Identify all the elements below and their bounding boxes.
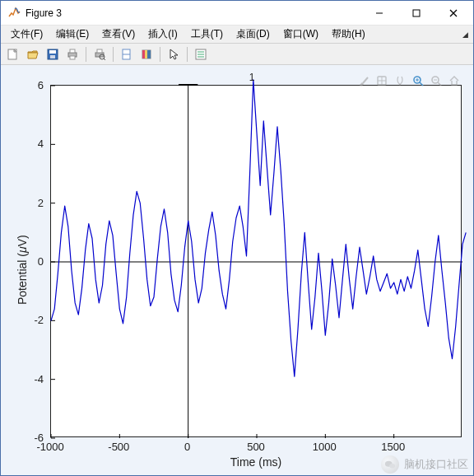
svg-rect-12 xyxy=(97,49,102,53)
insert-colorbar-icon[interactable] xyxy=(137,45,156,63)
svg-rect-9 xyxy=(70,49,75,53)
svg-rect-20 xyxy=(147,50,151,58)
figure-window: Figure 3 文件(F) 编辑(E) 查看(V) 插入(I) 工具(T) 桌… xyxy=(0,0,474,476)
svg-rect-7 xyxy=(50,55,55,58)
x-tick-label: 0 xyxy=(184,441,190,453)
pointer-icon[interactable] xyxy=(165,45,183,63)
matlab-app-icon xyxy=(7,7,21,20)
svg-rect-18 xyxy=(142,50,145,58)
y-tick-label: 6 xyxy=(38,79,44,91)
home-icon[interactable] xyxy=(447,73,462,88)
svg-rect-19 xyxy=(145,50,147,58)
axes-toolbar xyxy=(356,73,462,88)
menu-chevron-icon[interactable]: ◢ xyxy=(462,30,468,39)
menu-view[interactable]: 查看(V) xyxy=(95,26,142,43)
y-axis-label: Potential (μV) xyxy=(16,235,29,305)
svg-line-30 xyxy=(420,82,423,86)
y-tick-label: -2 xyxy=(34,314,44,326)
open-icon[interactable] xyxy=(24,45,42,63)
data-cursor-icon[interactable] xyxy=(192,45,210,63)
rotate-icon[interactable] xyxy=(393,73,407,88)
toolbar-separator xyxy=(187,47,188,62)
svg-line-25 xyxy=(363,77,368,83)
watermark: 脑机接口社区 xyxy=(381,455,468,474)
x-tick-label: -500 xyxy=(108,441,129,453)
svg-rect-10 xyxy=(70,56,75,59)
axes[interactable] xyxy=(50,85,462,437)
svg-line-14 xyxy=(104,58,105,60)
print-icon[interactable] xyxy=(63,45,81,63)
y-tick-label: 4 xyxy=(38,138,44,150)
print-preview-icon[interactable] xyxy=(91,45,109,63)
line-plot xyxy=(51,86,462,438)
brush-icon[interactable] xyxy=(356,73,371,88)
series-annotation: 1 xyxy=(249,72,255,83)
svg-line-34 xyxy=(438,82,441,86)
menu-window[interactable]: 窗口(W) xyxy=(276,26,325,43)
x-tick-label: 500 xyxy=(247,441,265,453)
y-tick-label: -6 xyxy=(34,432,44,444)
toolbar xyxy=(1,44,473,65)
x-tick-label: 1000 xyxy=(313,441,337,453)
toolbar-separator xyxy=(160,47,160,62)
save-icon[interactable] xyxy=(44,45,62,63)
link-icon[interactable] xyxy=(118,45,136,63)
zoom-in-icon[interactable] xyxy=(411,73,425,88)
menu-desktop[interactable]: 桌面(D) xyxy=(230,26,276,43)
toolbar-separator xyxy=(113,47,114,62)
svg-point-53 xyxy=(389,464,395,469)
menu-tools[interactable]: 工具(T) xyxy=(184,26,230,43)
menu-help[interactable]: 帮助(H) xyxy=(325,26,372,43)
wechat-icon xyxy=(381,455,399,474)
menu-file[interactable]: 文件(F) xyxy=(4,26,49,43)
svg-rect-1 xyxy=(413,10,420,16)
y-tick-label: -4 xyxy=(34,372,44,385)
menu-edit[interactable]: 编辑(E) xyxy=(49,26,95,43)
close-button[interactable] xyxy=(434,2,472,25)
zoom-out-icon[interactable] xyxy=(429,73,444,88)
svg-rect-6 xyxy=(49,50,56,54)
maximize-button[interactable] xyxy=(397,2,434,25)
window-title: Figure 3 xyxy=(26,7,360,19)
minimize-button[interactable] xyxy=(360,2,397,25)
pan-icon[interactable] xyxy=(374,73,389,88)
x-tick-label: 1500 xyxy=(381,441,405,453)
menu-insert[interactable]: 插入(I) xyxy=(142,26,184,43)
menubar: 文件(F) 编辑(E) 查看(V) 插入(I) 工具(T) 桌面(D) 窗口(W… xyxy=(1,26,473,44)
titlebar[interactable]: Figure 3 xyxy=(1,1,473,26)
new-figure-icon[interactable] xyxy=(4,45,22,63)
y-tick-label: 0 xyxy=(38,255,44,268)
y-tick-label: 2 xyxy=(38,196,44,208)
toolbar-separator xyxy=(86,47,86,62)
figure-area: 1 -1000-500050010001500-6-4-20246 Time (… xyxy=(1,65,473,475)
watermark-text: 脑机接口社区 xyxy=(404,457,468,472)
x-axis-label: Time (ms) xyxy=(230,455,281,469)
